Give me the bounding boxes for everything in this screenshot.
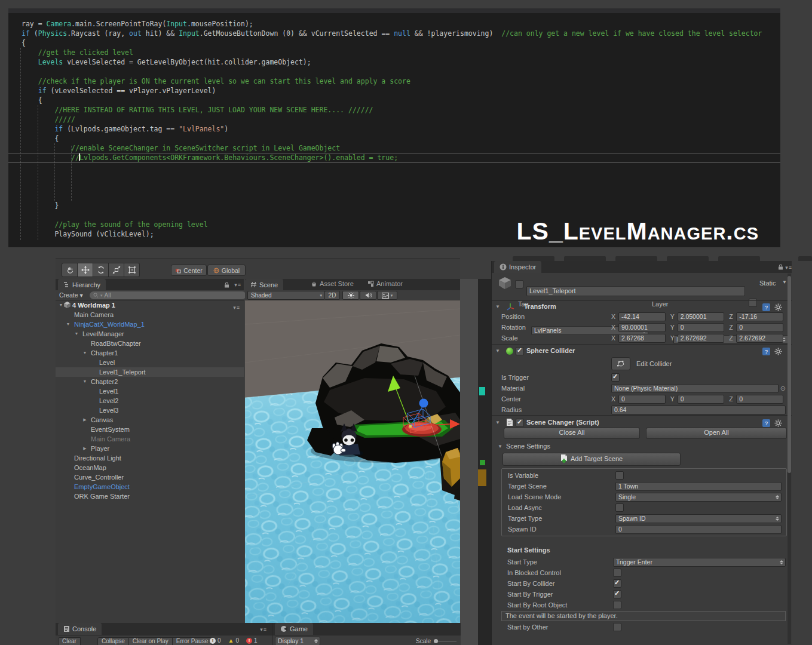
effects-dropdown-button[interactable]: ▾: [377, 291, 397, 300]
value-field[interactable]: 1 Town: [615, 482, 782, 491]
x-value-field[interactable]: -42.14: [618, 312, 666, 321]
clear-button[interactable]: Clear: [58, 637, 81, 645]
checkbox[interactable]: [615, 503, 624, 512]
vertical-splitter[interactable]: [460, 279, 478, 645]
foldout-arrow[interactable]: ▼: [82, 377, 88, 386]
hierarchy-item-curve-controller[interactable]: Curve_Controller: [56, 472, 244, 482]
hierarchy-item-canvas[interactable]: ▶Canvas: [56, 415, 244, 425]
warning-badge[interactable]: ▲0: [228, 637, 239, 644]
component-enabled-checkbox[interactable]: [516, 419, 524, 427]
pivot-mode-button[interactable]: Center: [171, 265, 207, 276]
search-input[interactable]: ▾ All: [90, 291, 246, 299]
checkbox[interactable]: [615, 471, 624, 480]
foldout-arrow[interactable]: ▼: [73, 329, 79, 339]
shading-mode-dropdown[interactable]: Shaded▾: [247, 291, 325, 300]
active-checkbox[interactable]: [515, 280, 523, 288]
checkbox[interactable]: [613, 569, 621, 577]
hierarchy-item-level1-teleport[interactable]: Level1_Teleport: [56, 367, 244, 377]
foldout-arrow[interactable]: ▼: [82, 348, 88, 358]
hierarchy-item-emptygameobject[interactable]: EmptyGameObject: [56, 482, 244, 492]
foldout-arrow[interactable]: ▼: [495, 420, 500, 425]
rotate-tool-button[interactable]: [93, 263, 109, 277]
hierarchy-item-main-camera[interactable]: Main Camera: [56, 434, 244, 444]
x-value-field[interactable]: 2.67268: [618, 334, 666, 343]
foldout-arrow[interactable]: ▼: [65, 320, 71, 329]
help-icon[interactable]: ?: [762, 419, 770, 427]
gear-icon[interactable]: [774, 419, 782, 427]
dropdown[interactable]: Trigger Enter: [613, 558, 786, 567]
static-dropdown-arrow[interactable]: ▼: [782, 280, 787, 285]
search-filter-arrow[interactable]: ▾: [100, 293, 103, 298]
rect-tool-button[interactable]: [124, 263, 140, 277]
hierarchy-item-ninjacatx-worldmap-1[interactable]: ▼NinjaCatX_WorldMap_1: [56, 320, 244, 329]
panel-menu-icon[interactable]: ▾≡: [234, 282, 241, 288]
checkbox[interactable]: [613, 623, 621, 631]
space-mode-button[interactable]: Global: [207, 265, 246, 276]
gameobject-name-field[interactable]: Level1_Teleport: [526, 286, 745, 296]
checkbox[interactable]: [613, 590, 621, 598]
hierarchy-item-level1[interactable]: Level1: [56, 386, 244, 396]
z-value-field[interactable]: 0: [736, 323, 783, 332]
hierarchy-item-roadbtwchapter[interactable]: RoadBtwChapter: [56, 339, 244, 348]
panel-menu-icon[interactable]: ▾≡: [785, 265, 792, 271]
add-target-scene-button[interactable]: Add Target Scene: [502, 453, 681, 466]
edit-collider-button[interactable]: [611, 357, 630, 370]
lighting-toggle-button[interactable]: [342, 291, 359, 300]
object-picker-icon[interactable]: ⊙: [780, 385, 786, 392]
z-value-field[interactable]: 2.672692: [736, 334, 783, 343]
hierarchy-item-level3[interactable]: Level3: [56, 406, 244, 415]
tab-hierarchy[interactable]: Hierarchy: [58, 279, 106, 290]
hierarchy-item-eventsystem[interactable]: EventSystem: [56, 425, 244, 434]
x-value-field[interactable]: 90.00001: [618, 323, 666, 332]
z-value-field[interactable]: -17.16: [736, 312, 783, 321]
scale-tool-button[interactable]: [109, 263, 124, 277]
tab-scene[interactable]: Scene: [245, 279, 283, 290]
value-field[interactable]: 0: [615, 525, 782, 534]
tab-game[interactable]: Game: [275, 623, 313, 635]
hand-tool-button[interactable]: [62, 263, 78, 277]
tab-animator[interactable]: Animator: [367, 280, 403, 287]
foldout-arrow[interactable]: ▶: [82, 415, 88, 425]
code-editor[interactable]: ray = Camera.main.ScreenPointToRay(Input…: [8, 8, 780, 247]
clear-on-play-button[interactable]: Clear on Play: [129, 637, 173, 645]
panel-menu-icon[interactable]: ▾≡: [260, 626, 267, 632]
checkbox[interactable]: [611, 373, 620, 382]
z-value-field[interactable]: 0: [736, 395, 783, 404]
hierarchy-item-oceanmap[interactable]: OceanMap: [56, 463, 244, 472]
gear-icon[interactable]: [774, 348, 782, 355]
hierarchy-item-4-worldmap-1[interactable]: ▼▾≡4 Worldmap 1: [56, 300, 244, 310]
value-field[interactable]: 0.64: [611, 406, 786, 414]
foldout-arrow[interactable]: ▼: [495, 304, 500, 309]
scale-slider-handle[interactable]: [434, 639, 438, 643]
close-all-button[interactable]: Close All: [504, 428, 640, 439]
hierarchy-item-chapter2[interactable]: ▼Chapter2: [56, 377, 244, 386]
hierarchy-item-levelmanager[interactable]: ▼LevelManager: [56, 329, 244, 339]
error-pause-button[interactable]: Error Pause: [173, 637, 212, 645]
help-icon[interactable]: ?: [762, 303, 770, 311]
checkbox[interactable]: [613, 601, 621, 609]
y-value-field[interactable]: 0: [678, 323, 725, 332]
tab-asset-store[interactable]: Asset Store: [311, 280, 354, 287]
hierarchy-item-player[interactable]: ▶Player: [56, 444, 244, 453]
checkbox[interactable]: [613, 579, 621, 588]
component-enabled-checkbox[interactable]: [516, 347, 524, 355]
scale-slider-track[interactable]: [435, 641, 456, 641]
error-badge[interactable]: !1: [246, 637, 258, 644]
hierarchy-item-directional-light[interactable]: Directional Light: [56, 453, 244, 463]
y-value-field[interactable]: 2.672692: [678, 334, 725, 343]
foldout-arrow[interactable]: ▶: [82, 444, 88, 453]
open-all-button[interactable]: Open All: [646, 428, 787, 439]
gear-icon[interactable]: [774, 303, 782, 311]
2d-toggle-button[interactable]: 2D: [324, 291, 340, 300]
create-button[interactable]: Create ▾: [59, 291, 83, 299]
foldout-arrow[interactable]: ▼: [495, 348, 500, 354]
hierarchy-item-level2[interactable]: Level2: [56, 396, 244, 406]
y-value-field[interactable]: 0: [678, 395, 725, 404]
tab-inspector[interactable]: Inspector: [494, 261, 541, 273]
scene-settings-foldout[interactable]: ▼ Scene Settings: [498, 441, 550, 451]
scrollbar-thumb[interactable]: [788, 276, 791, 473]
tab-console[interactable]: Console: [58, 623, 102, 635]
scene-3d-viewport[interactable]: [245, 300, 460, 623]
x-value-field[interactable]: 0: [618, 395, 666, 404]
info-badge[interactable]: !0: [210, 637, 221, 644]
